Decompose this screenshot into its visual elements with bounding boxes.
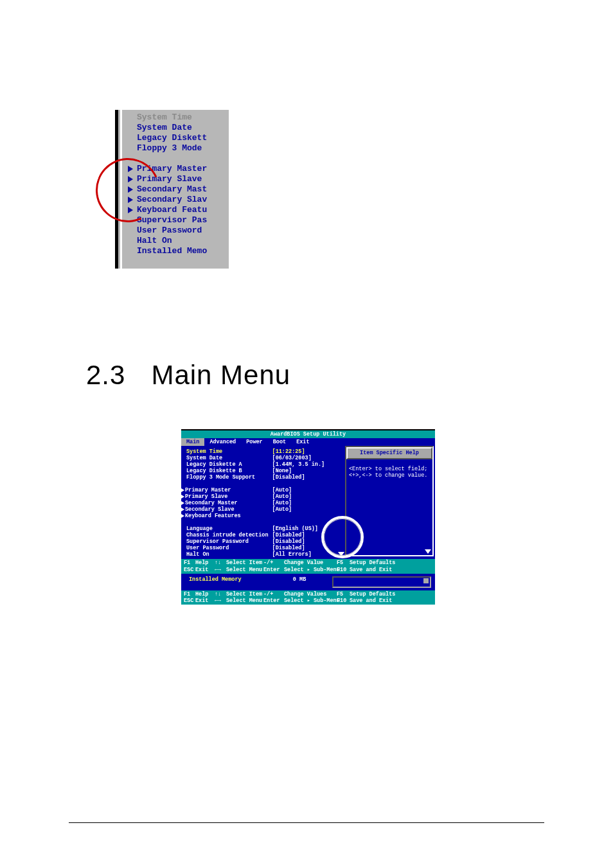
- bios-menu-item: System Date: [124, 123, 229, 133]
- installed-memory-label: Installed Memory: [189, 576, 242, 583]
- bios-item-label[interactable]: Legacy Diskette A: [186, 461, 269, 468]
- bios-menu-item: System Time: [124, 112, 229, 123]
- scrollbar-thumb: [423, 578, 429, 583]
- footer-key: Change Values: [284, 591, 335, 598]
- bios-tabs: MainAdvancedPowerBootExit: [181, 438, 435, 446]
- bios-item-value[interactable]: [Disabled]: [272, 474, 325, 481]
- help-text-1: <Enter> to select field;: [349, 466, 430, 472]
- section-title: Main Menu: [151, 360, 290, 391]
- footer-key: Enter: [263, 598, 283, 604]
- bios-tab[interactable]: Advanced: [204, 438, 241, 446]
- bios-item-value[interactable]: [Disabled]: [272, 545, 325, 551]
- bios-item-value[interactable]: [All Errors]: [272, 551, 325, 558]
- footer-key: Select Item: [226, 591, 262, 598]
- footer-key: F10: [337, 598, 348, 604]
- bios-menu-item: Installed Memo: [124, 246, 229, 256]
- footer-key: ↑↓: [215, 560, 225, 566]
- bios-menu-item: Halt On: [124, 236, 229, 246]
- bios-item-label[interactable]: Primary Master: [186, 487, 269, 493]
- bios-item-label[interactable]: Secondary Slave: [186, 506, 269, 513]
- footer-key: ←→: [215, 598, 225, 604]
- bios-item-value[interactable]: [272, 513, 325, 519]
- section-number: 2.3: [86, 360, 125, 391]
- bios-item-label[interactable]: Legacy Diskette B: [186, 468, 269, 474]
- bios-item-label[interactable]: Supervisor Password: [186, 538, 269, 545]
- help-title: Item Specific Help: [346, 447, 432, 459]
- footer-key: Setup Defaults: [350, 560, 432, 566]
- footer-key: Help: [195, 560, 213, 566]
- bios-menu-item: Floppy 3 Mode: [124, 143, 229, 154]
- bios-item-label[interactable]: Language: [186, 526, 269, 532]
- footer-key: Help: [195, 591, 213, 598]
- footer-key: ESC: [184, 598, 194, 604]
- footer-key: Select Item: [226, 560, 262, 566]
- bios-item-label[interactable]: Primary Slave: [186, 493, 269, 500]
- footer-key: ESC: [184, 567, 194, 573]
- page-footer-rule: [69, 822, 544, 823]
- bios-item-label[interactable]: Chassis intrude detection: [186, 532, 269, 538]
- bios-title: AwardBIOS Setup Utility: [181, 429, 435, 438]
- footer-key: F1: [184, 591, 194, 598]
- footer-key: -/+: [263, 591, 283, 598]
- bios-item-value[interactable]: [Auto]: [272, 506, 325, 513]
- submenu-triangle-icon: [181, 508, 184, 511]
- submenu-triangle-icon: [181, 488, 184, 492]
- footer-key: -/+: [263, 560, 283, 566]
- bios-tab[interactable]: Power: [241, 438, 268, 446]
- footer-key: Enter: [263, 567, 283, 573]
- footer-key: F1: [184, 560, 194, 566]
- footer-key: Select ▸ Sub-Menu: [284, 567, 335, 573]
- bios-screenshot: AwardBIOS Setup Utility MainAdvancedPowe…: [181, 429, 435, 605]
- footer-key: F5: [337, 560, 348, 566]
- bios-footer-2: F1Help↑↓Select Item-/+Change ValuesF5Set…: [181, 590, 435, 605]
- bios-mid-strip: Installed Memory 0 MB: [181, 574, 435, 590]
- bios-item-label[interactable]: Floppy 3 Mode Support: [186, 474, 269, 481]
- mid-scrollbar: [332, 576, 431, 588]
- bios-item-value[interactable]: [Auto]: [272, 493, 325, 500]
- bios-item-value[interactable]: [Disabled]: [272, 532, 325, 538]
- footer-key: F5: [337, 591, 348, 598]
- bios-footer-1: F1Help↑↓Select Item-/+Change ValueF5Setu…: [181, 559, 435, 573]
- white-circle-annotation: [321, 516, 364, 558]
- bios-item-labels: System TimeSystem DateLegacy Diskette AL…: [186, 448, 269, 558]
- bios-item-label[interactable]: Secondary Master: [186, 500, 269, 506]
- footer-key: Select Menu: [226, 567, 262, 573]
- footer-key: F10: [337, 567, 348, 573]
- bios-tab[interactable]: Boot: [268, 438, 291, 446]
- submenu-triangle-icon: [181, 495, 184, 499]
- bios-item-values: [11:22:25][06/03/2003][1.44M, 3.5 in.][N…: [272, 448, 325, 558]
- bios-menu-item: User Password: [124, 226, 229, 236]
- bios-item-label[interactable]: Keyboard Features: [186, 513, 269, 519]
- footer-key: Change Value: [284, 560, 335, 566]
- document-page: System TimeSystem DateLegacy DiskettFlop…: [0, 0, 613, 868]
- bios-item-label[interactable]: System Time: [186, 448, 269, 455]
- help-text-2: <+>,<-> to change value.: [349, 472, 430, 479]
- bios-item-label[interactable]: System Date: [186, 455, 269, 461]
- bios-item-label[interactable]: User Password: [186, 545, 269, 551]
- bios-item-label[interactable]: Halt On: [186, 551, 269, 558]
- bios-tab[interactable]: Exit: [291, 438, 314, 446]
- bios-tab[interactable]: Main: [181, 438, 204, 446]
- bios-item-value[interactable]: [1.44M, 3.5 in.]: [272, 461, 325, 468]
- footer-key: Exit: [195, 598, 213, 604]
- footer-key: ↑↓: [215, 591, 225, 598]
- submenu-triangle-icon: [181, 514, 184, 518]
- footer-key: Save and Exit: [350, 598, 432, 604]
- footer-key: Select Menu: [226, 598, 262, 604]
- bios-item-value[interactable]: [Auto]: [272, 487, 325, 493]
- footer-key: Setup Defaults: [350, 591, 432, 598]
- scroll-down-arrow: [425, 549, 431, 554]
- section-heading: 2.3 Main Menu: [86, 360, 290, 391]
- installed-memory-value: 0 MB: [293, 576, 306, 583]
- bios-item-value[interactable]: [11:22:25]: [272, 448, 325, 455]
- footer-key: Save and Exit: [350, 567, 432, 573]
- bios-menu-item: Legacy Diskett: [124, 133, 229, 143]
- bios-item-value[interactable]: [None]: [272, 468, 325, 474]
- footer-key: ←→: [215, 567, 225, 573]
- bios-item-value[interactable]: [Disabled]: [272, 538, 325, 545]
- footer-key: Select ▸ Sub-Menu: [284, 598, 335, 604]
- bios-item-value[interactable]: [English (US)]: [272, 526, 325, 532]
- footer-key: Exit: [195, 567, 213, 573]
- bios-item-value[interactable]: [06/03/2003]: [272, 455, 325, 461]
- bios-item-value[interactable]: [Auto]: [272, 500, 325, 506]
